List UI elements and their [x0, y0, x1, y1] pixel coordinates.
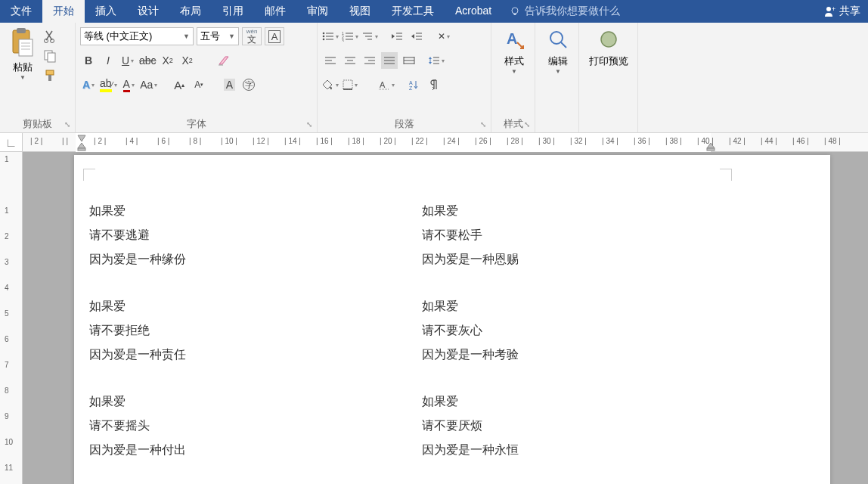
svg-line-66: [561, 42, 566, 48]
text-line[interactable]: 如果爱: [89, 294, 361, 318]
text-line[interactable]: 因为爱是一种付出: [89, 438, 361, 462]
tab-file[interactable]: 文件: [0, 0, 42, 23]
copy-button[interactable]: [42, 48, 57, 64]
clear-formatting-button[interactable]: [215, 52, 232, 69]
text-line[interactable]: 请不要厌烦: [422, 414, 694, 438]
text-line[interactable]: 如果爱: [89, 199, 361, 223]
ruler-tick: | 22 |: [411, 137, 428, 145]
text-line[interactable]: 如果爱: [89, 389, 361, 414]
svg-point-18: [323, 39, 325, 41]
text-effects-button[interactable]: A▾: [80, 76, 97, 93]
underline-button[interactable]: U▾: [119, 52, 136, 69]
tab-mailings[interactable]: 邮件: [254, 0, 296, 23]
text-line[interactable]: 因为爱是一种责任: [89, 343, 361, 367]
text-line[interactable]: 请不要灰心: [422, 318, 694, 343]
font-color-button[interactable]: A▾: [120, 76, 137, 93]
superscript-button[interactable]: X2: [179, 52, 196, 69]
ruler-tick: 2: [5, 232, 9, 240]
text-line[interactable]: 因为爱是一种缘份: [89, 247, 361, 271]
italic-button[interactable]: I: [100, 52, 116, 69]
strikethrough-button[interactable]: abc: [139, 52, 157, 69]
tell-me-placeholder: 告诉我你想要做什么: [525, 5, 620, 18]
text-line[interactable]: 如果爱: [422, 294, 694, 318]
tab-design[interactable]: 设计: [127, 0, 169, 23]
format-painter-button[interactable]: [42, 68, 57, 83]
ruler-tick: | 28 |: [507, 137, 523, 145]
highlight-button[interactable]: ab⁄▾: [100, 76, 117, 93]
ruler-vertical[interactable]: 11234567891011: [0, 152, 23, 484]
bullets-button[interactable]: ▾: [322, 28, 339, 45]
snap-to-grid-button[interactable]: A▾: [378, 76, 395, 93]
multilevel-list-button[interactable]: ▾: [361, 28, 378, 45]
ruler-tick: 3: [5, 258, 9, 266]
grow-font-button[interactable]: A▴: [171, 76, 188, 93]
tell-me-search[interactable]: 告诉我你想要做什么: [502, 5, 620, 18]
ruler-tick: | 4 |: [126, 137, 138, 145]
asian-layout-button[interactable]: ✕▾: [436, 28, 452, 45]
tab-home[interactable]: 开始: [42, 0, 85, 23]
print-preview-button[interactable]: 打印预览: [584, 26, 633, 70]
clipboard-expand-icon[interactable]: ⤡: [63, 120, 72, 129]
text-line[interactable]: 请不要拒绝: [89, 318, 361, 343]
show-marks-button[interactable]: [425, 76, 442, 93]
indent-marker-bottom[interactable]: [77, 142, 86, 153]
distributed-button[interactable]: [401, 52, 417, 69]
ruler-tick: | 38 |: [665, 137, 682, 145]
enclose-char-button[interactable]: 字: [240, 76, 257, 93]
font-name-combo[interactable]: 等线 (中文正文)▼: [80, 27, 194, 45]
tab-references[interactable]: 引用: [212, 0, 254, 23]
subscript-button[interactable]: X2: [160, 52, 176, 69]
line-spacing-button[interactable]: ▾: [428, 52, 445, 69]
text-line[interactable]: 因为爱是一种永恒: [422, 438, 694, 462]
text-line[interactable]: 如果爱: [422, 199, 694, 223]
justify-button[interactable]: [381, 52, 398, 69]
tab-insert[interactable]: 插入: [85, 0, 127, 23]
text-line[interactable]: 因为爱是一种恩赐: [422, 247, 694, 271]
character-border-button[interactable]: A: [265, 27, 284, 45]
ruler-horizontal[interactable]: | 2 || || 2 || 4 || 6 || 8 || 10 || 12 |…: [23, 133, 868, 151]
sort-button[interactable]: AZ: [405, 76, 422, 93]
page-scroll[interactable]: 如果爱请不要逃避因为爱是一种缘份如果爱请不要拒绝因为爱是一种责任如果爱请不要摇头…: [23, 152, 868, 484]
tab-layout[interactable]: 布局: [169, 0, 212, 23]
svg-rect-58: [343, 80, 352, 89]
borders-button[interactable]: ▾: [342, 76, 358, 93]
text-line[interactable]: 如果爱: [422, 389, 694, 414]
ruler-tick: | 2 |: [94, 137, 106, 145]
styles-button[interactable]: A 样式▼: [496, 26, 532, 76]
tab-developer[interactable]: 开发工具: [381, 0, 445, 23]
font-size-combo[interactable]: 五号▼: [197, 27, 239, 45]
align-center-button[interactable]: [342, 52, 358, 69]
phonetic-guide-button[interactable]: wén文: [242, 27, 262, 45]
text-line[interactable]: 请不要摇头: [89, 414, 361, 438]
tab-view[interactable]: 视图: [339, 0, 381, 23]
tab-acrobat[interactable]: Acrobat: [445, 0, 502, 23]
cut-button[interactable]: [42, 29, 57, 44]
change-case-button[interactable]: Aa▾: [140, 76, 157, 93]
chevron-down-icon: ▼: [20, 74, 26, 81]
document-body[interactable]: 如果爱请不要逃避因为爱是一种缘份如果爱请不要拒绝因为爱是一种责任如果爱请不要摇头…: [74, 155, 830, 484]
text-line[interactable]: 请不要逃避: [89, 223, 361, 247]
shading-button[interactable]: ▾: [322, 76, 339, 93]
share-button[interactable]: + 共享: [817, 5, 868, 18]
increase-indent-button[interactable]: [408, 28, 425, 45]
align-left-button[interactable]: [322, 52, 339, 69]
ruler-tick: | 32 |: [570, 137, 587, 145]
numbering-button[interactable]: 123▾: [342, 28, 358, 45]
shrink-font-button[interactable]: A▾: [191, 76, 207, 93]
ruler-tick: 10: [5, 438, 13, 446]
paste-button[interactable]: 粘贴 ▼: [5, 26, 41, 109]
tab-selector[interactable]: ∟: [0, 133, 23, 152]
decrease-indent-button[interactable]: [389, 28, 405, 45]
svg-rect-69: [707, 148, 715, 150]
align-right-button[interactable]: [361, 52, 378, 69]
char-shading-button[interactable]: A: [221, 76, 237, 93]
stanza: 如果爱请不要松手因为爱是一种恩赐: [422, 199, 694, 271]
styles-expand-icon[interactable]: ⤡: [522, 120, 532, 129]
bold-button[interactable]: B: [80, 52, 97, 69]
text-line[interactable]: 因为爱是一种考验: [422, 343, 694, 367]
paragraph-expand-icon[interactable]: ⤡: [479, 120, 488, 129]
find-button[interactable]: 编辑▼: [540, 26, 576, 76]
font-expand-icon[interactable]: ⤡: [305, 120, 314, 129]
text-line[interactable]: 请不要松手: [422, 223, 694, 247]
tab-review[interactable]: 审阅: [296, 0, 339, 23]
